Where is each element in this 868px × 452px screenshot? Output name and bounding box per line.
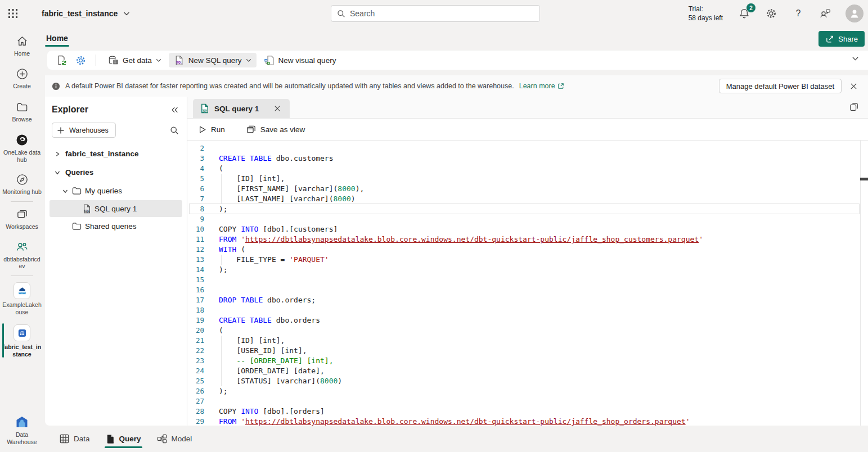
- code-line[interactable]: 19CREATE TABLE dbo.orders: [187, 315, 868, 326]
- warehouse-settings-button[interactable]: [72, 53, 89, 67]
- nav-workspaces[interactable]: Workspaces: [0, 207, 44, 231]
- settings-button[interactable]: [764, 7, 778, 20]
- code-line[interactable]: 20(: [187, 326, 868, 336]
- code-line[interactable]: 27: [187, 396, 868, 406]
- help-button[interactable]: ?: [791, 7, 805, 20]
- code-line[interactable]: 6 [FIRST_NAME] [varchar](8000),: [187, 184, 868, 194]
- tree-item-my-queries[interactable]: My queries: [45, 182, 187, 200]
- code-line[interactable]: 4(: [187, 164, 868, 174]
- feedback-button[interactable]: [818, 7, 832, 20]
- run-button[interactable]: Run: [195, 123, 228, 136]
- code-line[interactable]: 13 FILE_TYPE = 'PARQUET': [187, 255, 868, 265]
- save-as-view-button[interactable]: Save as view: [243, 123, 309, 136]
- editor-scrollbar[interactable]: [860, 141, 868, 426]
- workspaces-icon: [16, 208, 29, 221]
- chevron-down-icon[interactable]: [61, 188, 70, 194]
- tree-item-queries[interactable]: Queries: [45, 163, 187, 182]
- feedback-icon: [819, 8, 831, 19]
- view-tab-data[interactable]: Data: [54, 426, 96, 452]
- line-number: 3: [187, 153, 204, 164]
- chevron-down-icon[interactable]: [53, 170, 62, 175]
- home-tab-label: Home: [45, 34, 69, 43]
- collapse-panel-icon[interactable]: [171, 106, 179, 114]
- nav-item-fabric-test-instance[interactable]: fabric_test_instance: [0, 323, 44, 359]
- view-tab-model[interactable]: Model: [151, 426, 198, 452]
- tab-close-button[interactable]: [272, 103, 283, 114]
- svg-text:SQL: SQL: [202, 110, 207, 112]
- nav-monitoring-hub[interactable]: Monitoring hub: [0, 172, 44, 196]
- code-line[interactable]: 26);: [187, 386, 868, 396]
- code-line[interactable]: 11FROM 'https://dbtlabsynapsedatalake.bl…: [187, 234, 868, 245]
- chevron-right-icon[interactable]: [53, 151, 62, 157]
- view-tab-query[interactable]: Query: [100, 426, 147, 452]
- copy-button[interactable]: [849, 102, 859, 112]
- explorer-search-icon[interactable]: [170, 126, 179, 135]
- user-avatar[interactable]: [845, 4, 863, 22]
- share-button[interactable]: Share: [818, 31, 865, 47]
- person-icon: [849, 8, 860, 19]
- tree-item-warehouse[interactable]: fabric_test_instance: [45, 144, 187, 163]
- new-visual-query-button[interactable]: New visual query: [259, 53, 341, 67]
- sql-code-editor[interactable]: 23CREATE TABLE dbo.customers4(5 [ID] [in…: [187, 141, 868, 426]
- tree-item-sql-query-1[interactable]: SQL SQL query 1: [50, 200, 182, 217]
- code-line[interactable]: 5 [ID] [int],: [187, 174, 868, 184]
- code-line[interactable]: 10COPY INTO [dbo].[customers]: [187, 224, 868, 234]
- tree-item-shared-queries[interactable]: Shared queries: [45, 217, 187, 236]
- code-line[interactable]: 18: [187, 305, 868, 315]
- nav-create[interactable]: Create: [0, 66, 44, 91]
- editor-tab-sql-query-1[interactable]: SQL SQL query 1: [193, 99, 290, 118]
- ribbon-collapse-button[interactable]: [852, 56, 859, 61]
- explorer-tree: fabric_test_instance Queries My queries: [45, 144, 187, 236]
- code-lines: 23CREATE TABLE dbo.customers4(5 [ID] [in…: [187, 143, 868, 426]
- code-line[interactable]: 28COPY INTO [dbo].[orders]: [187, 406, 868, 417]
- global-search[interactable]: [331, 5, 540, 22]
- code-line[interactable]: 16: [187, 285, 868, 295]
- tree-shared-queries-label: Shared queries: [85, 222, 137, 230]
- banner-close-button[interactable]: [847, 79, 860, 93]
- new-sql-query-button[interactable]: SQL New SQL query: [169, 53, 257, 67]
- add-warehouses-button[interactable]: Warehouses: [52, 123, 116, 138]
- explorer-title: Explorer: [52, 105, 88, 115]
- learn-more-link[interactable]: Learn more: [519, 82, 564, 90]
- code-line[interactable]: 17DROP TABLE dbo.orders;: [187, 295, 868, 305]
- code-line[interactable]: 3CREATE TABLE dbo.customers: [187, 153, 868, 164]
- table-grid-icon: [60, 434, 69, 444]
- manage-default-dataset-button[interactable]: Manage default Power BI dataset: [719, 79, 842, 93]
- get-data-button[interactable]: Get data: [103, 53, 167, 67]
- editor-tab-strip: SQL SQL query 1: [187, 97, 868, 118]
- code-line[interactable]: 23 -- [ORDER_DATE] [int],: [187, 356, 868, 366]
- line-number: 11: [187, 234, 204, 245]
- code-line[interactable]: 22 [USER_ID] [int],: [187, 346, 868, 356]
- search-input[interactable]: [350, 9, 534, 18]
- editor-toolbar: Run Save as view: [187, 118, 868, 141]
- code-line[interactable]: 9: [187, 214, 868, 224]
- nav-data-warehouse[interactable]: Data Warehouse: [0, 414, 44, 446]
- manage-default-dataset-label: Manage default Power BI dataset: [726, 82, 834, 91]
- code-line[interactable]: 21 [ID] [int],: [187, 336, 868, 346]
- app-launcher-icon[interactable]: [0, 0, 26, 27]
- nav-workspace-dbtlabsfabricdev[interactable]: dbtlabsfabricdev: [0, 239, 44, 271]
- nav-onelake-data-hub[interactable]: OneLake data hub: [0, 132, 44, 164]
- code-line[interactable]: 15: [187, 275, 868, 285]
- code-line[interactable]: 24 [ORDER_DATE] [date],: [187, 366, 868, 376]
- nav-data-warehouse-label: Data Warehouse: [2, 431, 42, 445]
- nav-browse[interactable]: Browse: [0, 100, 44, 124]
- refresh-dataset-button[interactable]: [53, 53, 70, 67]
- warehouses-button-label: Warehouses: [69, 126, 109, 134]
- line-number: 15: [187, 275, 204, 285]
- workspace-switcher[interactable]: fabric_test_instance: [42, 9, 130, 18]
- code-line[interactable]: 25 [STATUS] [varchar](8000): [187, 376, 868, 386]
- nav-home[interactable]: Home: [0, 34, 44, 58]
- code-line[interactable]: 8);: [187, 204, 868, 214]
- code-line[interactable]: 2: [187, 143, 868, 153]
- view-tab-query-label: Query: [119, 435, 141, 443]
- tab-home[interactable]: Home: [45, 34, 69, 47]
- search-icon: [337, 10, 345, 18]
- code-line[interactable]: 7 [LAST_NAME] [varchar](8000): [187, 194, 868, 204]
- nav-item-examplelakehouse[interactable]: ExampleLakehouse: [0, 281, 44, 317]
- home-tab-underline: [45, 45, 69, 47]
- code-line[interactable]: 12WITH (: [187, 245, 868, 255]
- notifications-button[interactable]: 2: [737, 7, 751, 20]
- code-line[interactable]: 29FROM 'https://dbtlabsynapsedatalake.bl…: [187, 417, 868, 426]
- code-line[interactable]: 14);: [187, 265, 868, 275]
